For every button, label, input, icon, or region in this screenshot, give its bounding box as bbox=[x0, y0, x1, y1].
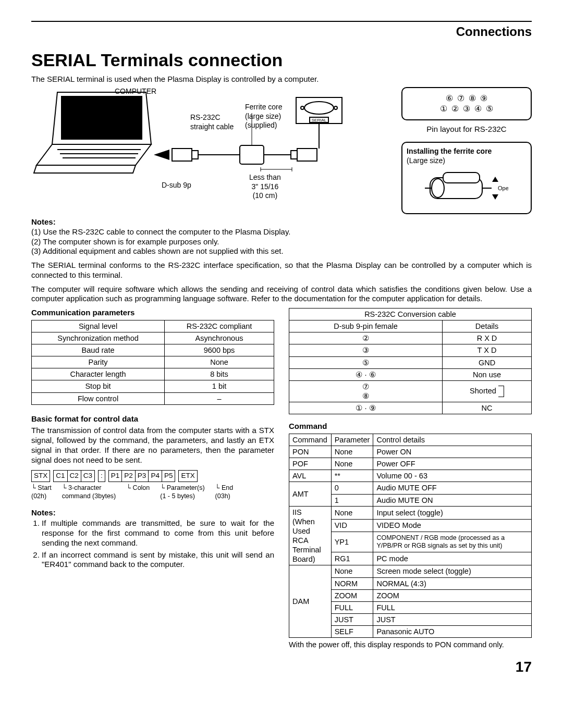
format-diagram: STX C1 C2 C3 : P1 P2 P3 P4 P5 ETX └ Star… bbox=[31, 470, 274, 500]
svg-point-17 bbox=[301, 106, 304, 109]
svg-rect-2 bbox=[62, 96, 142, 139]
svg-rect-8 bbox=[172, 149, 192, 161]
svg-marker-7 bbox=[154, 150, 169, 160]
svg-rect-13 bbox=[291, 151, 297, 159]
svg-point-18 bbox=[334, 106, 337, 109]
basic-format-text: The transmission of control data from th… bbox=[31, 426, 274, 465]
conversion-cable-table: RS-232C Conversion cable D-sub 9-pin fem… bbox=[289, 308, 532, 414]
comm-params-heading: Communication parameters bbox=[31, 308, 274, 318]
svg-rect-30 bbox=[443, 172, 480, 183]
comm-params-table: Signal levelRS-232C compliant Synchroniz… bbox=[31, 320, 274, 405]
label-computer: COMPUTER bbox=[115, 87, 156, 96]
label-cable: RS-232C straight cable bbox=[190, 113, 234, 131]
svg-point-27 bbox=[432, 179, 444, 198]
label-ferrite: Ferrite core (large size) (supplied) bbox=[245, 103, 283, 130]
command-table: Command Parameter Control details PONNon… bbox=[289, 434, 532, 638]
svg-rect-14 bbox=[297, 149, 317, 161]
command-heading: Command bbox=[289, 422, 532, 431]
intro-text: The SERIAL terminal is used when the Pla… bbox=[31, 75, 532, 84]
paragraph-1: The SERIAL terminal conforms to the RS-2… bbox=[31, 261, 532, 280]
label-lessthan: Less than 3" 15/16 (10 cm) bbox=[249, 173, 281, 201]
basic-format-heading: Basic format for control data bbox=[31, 414, 274, 424]
svg-marker-31 bbox=[492, 177, 498, 182]
pin-layout-caption: Pin layout for RS-232C bbox=[401, 125, 532, 134]
section-header: Connections bbox=[31, 24, 532, 40]
command-footnote: With the power off, this display respond… bbox=[289, 640, 532, 649]
page-number: 17 bbox=[31, 658, 532, 676]
svg-text:SERIAL: SERIAL bbox=[312, 118, 327, 122]
svg-point-16 bbox=[304, 102, 334, 114]
pin-layout-box: ⑥ ⑦ ⑧ ⑨ ① ② ③ ④ ⑤ bbox=[401, 87, 532, 120]
svg-rect-9 bbox=[192, 151, 198, 159]
paragraph-2: The computer will require software which… bbox=[31, 285, 532, 304]
svg-marker-0 bbox=[36, 144, 151, 165]
svg-marker-3 bbox=[34, 165, 136, 173]
connection-diagram: SERIAL bbox=[31, 87, 354, 204]
svg-text:Open: Open bbox=[498, 185, 508, 191]
notes-bottom: If multiple commands are transmitted, be… bbox=[31, 519, 274, 570]
svg-rect-11 bbox=[240, 145, 264, 164]
page-title: SERIAL Terminals connection bbox=[31, 49, 532, 71]
svg-marker-32 bbox=[492, 194, 498, 200]
notes-top: (1) Use the RS-232C cable to connect the… bbox=[31, 227, 532, 256]
notes-label-top: Notes: bbox=[31, 217, 532, 227]
notes-label-bottom: Notes: bbox=[31, 508, 274, 518]
ferrite-install-box: Installing the ferrite core (Large size)… bbox=[401, 142, 532, 214]
label-dsub: D-sub 9p bbox=[162, 181, 191, 190]
